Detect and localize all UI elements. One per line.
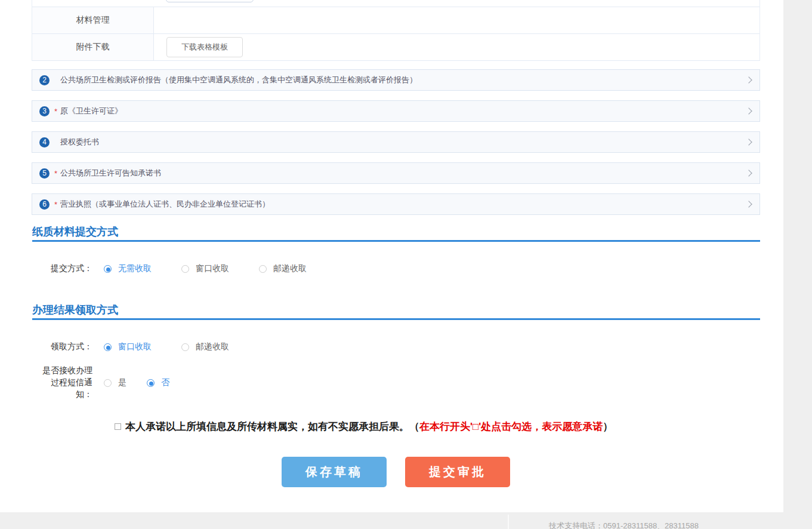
pickup-method-radio-group: 窗口收取 邮递收取 [104, 342, 229, 352]
tech-support-phone: 技术支持电话：0591-28311588、28311588 [549, 521, 699, 529]
submit-method-label: 提交方式： [36, 263, 92, 274]
table-row: 材料管理 [32, 7, 759, 34]
right-gutter [783, 0, 812, 512]
radio-icon[interactable] [259, 265, 267, 273]
promise-text-close: ） [603, 420, 613, 433]
sms-notify-radio-group: 是 否 [104, 377, 169, 388]
footer-divider [508, 515, 509, 529]
submit-method-radio-group: 无需收取 窗口收取 邮递收取 [104, 263, 307, 274]
promise-text-black: 本人承诺以上所填信息及所传材料属实，如有不实愿承担后果。（ [125, 420, 419, 433]
material-management-value [154, 7, 759, 33]
item-number-badge: 3 [39, 106, 50, 116]
footer: 技术支持电话：0591-28311588、28311588 [0, 512, 812, 529]
material-item-6[interactable]: 6 * 营业执照（或事业单位法人证书、民办非企业单位登记证书） [32, 193, 760, 215]
material-item-title: 授权委托书 [60, 137, 99, 147]
save-draft-button[interactable]: 保存草稿 [282, 457, 387, 487]
download-template-button[interactable]: 下载表格模板 [166, 37, 243, 57]
radio-icon[interactable] [181, 343, 189, 351]
material-item-2[interactable]: 2 公共场所卫生检测或评价报告（使用集中空调通风系统的，含集中空调通风系统卫生检… [32, 69, 760, 91]
material-form-table: 材料管理 附件下载 下载表格模板 [32, 0, 760, 61]
radio-icon[interactable] [147, 379, 155, 387]
material-item-title: 原《卫生许可证》 [60, 106, 122, 116]
radio-icon[interactable] [104, 379, 112, 387]
material-item-title: 公共场所卫生检测或评价报告（使用集中空调通风系统的，含集中空调通风系统卫生检测或… [60, 75, 417, 85]
material-item-title: 营业执照（或事业单位法人证书、民办非企业单位登记证书） [60, 199, 270, 210]
section-title-paper-submit: 纸质材料提交方式 [32, 224, 118, 239]
item-number-badge: 2 [39, 75, 50, 85]
table-row-truncated [32, 0, 759, 7]
chevron-right-icon[interactable] [745, 76, 752, 83]
material-item-title: 公共场所卫生许可告知承诺书 [60, 168, 161, 179]
chevron-right-icon[interactable] [745, 107, 752, 114]
section-divider [32, 240, 760, 242]
material-item-3[interactable]: 3 * 原《卫生许可证》 [32, 100, 760, 122]
radio-mail-collect[interactable]: 邮递收取 [259, 263, 307, 274]
promise-statement: 本人承诺以上所填信息及所传材料属实，如有不实愿承担后果。（在本行开头'□'处点击… [115, 420, 613, 433]
radio-sms-no[interactable]: 否 [147, 377, 169, 388]
item-number-badge: 6 [39, 199, 50, 210]
required-asterisk: * [54, 200, 59, 209]
chevron-right-icon[interactable] [745, 139, 752, 145]
sms-notify-label: 是否接收办理过程短信通知： [36, 364, 92, 400]
radio-window-collect[interactable]: 窗口收取 [181, 263, 229, 274]
radio-mail-pickup[interactable]: 邮递收取 [181, 342, 229, 352]
chevron-right-icon[interactable] [745, 201, 752, 207]
radio-icon[interactable] [181, 265, 189, 273]
required-asterisk: * [54, 169, 59, 178]
attachment-download-label: 附件下载 [32, 34, 154, 60]
required-asterisk: * [54, 107, 59, 116]
pickup-method-label: 领取方式： [36, 342, 92, 352]
table-row: 附件下载 下载表格模板 [32, 34, 759, 61]
item-number-badge: 5 [39, 168, 50, 179]
radio-icon[interactable] [104, 343, 112, 351]
promise-checkbox[interactable] [115, 423, 121, 430]
page: 材料管理 附件下载 下载表格模板 2 公共场所卫生检测或评价报告（使用集中空调通… [0, 0, 812, 529]
radio-no-collect[interactable]: 无需收取 [104, 263, 152, 274]
radio-window-pickup[interactable]: 窗口收取 [104, 342, 152, 352]
radio-sms-yes[interactable]: 是 [104, 377, 126, 388]
section-title-result-pickup: 办理结果领取方式 [32, 303, 118, 317]
item-number-badge: 4 [39, 137, 50, 147]
material-management-label: 材料管理 [32, 7, 154, 33]
section-divider [32, 318, 760, 320]
promise-text-red: 在本行开头'□'处点击勾选，表示愿意承诺 [419, 420, 603, 433]
material-item-5[interactable]: 5 * 公共场所卫生许可告知承诺书 [32, 162, 760, 184]
radio-icon[interactable] [104, 265, 112, 273]
material-item-4[interactable]: 4 授权委托书 [32, 131, 760, 153]
submit-approval-button[interactable]: 提交审批 [405, 457, 510, 487]
chevron-right-icon[interactable] [745, 170, 752, 176]
